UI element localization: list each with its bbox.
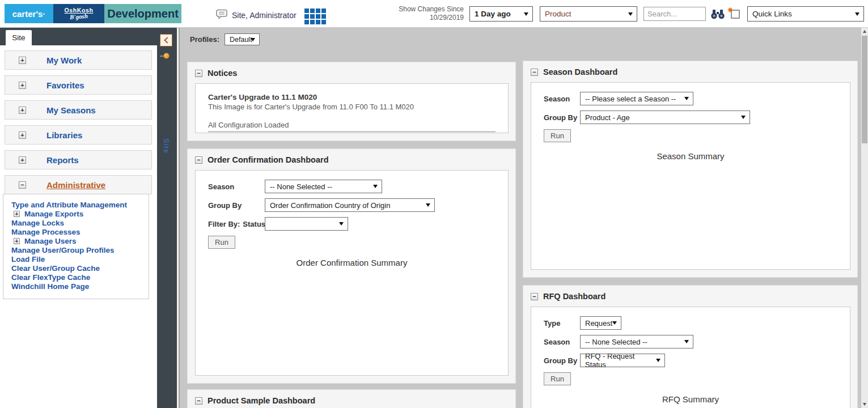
expand-plus-icon[interactable] xyxy=(19,82,26,89)
expand-plus-icon[interactable] xyxy=(14,211,20,217)
sidebar-splitter[interactable] xyxy=(179,28,180,408)
filter-by-prefix: Filter By: xyxy=(208,220,240,228)
rfq-summary-title: RFQ Summary xyxy=(544,394,837,404)
admin-link-manage-exports[interactable]: Manage Exports xyxy=(11,209,149,218)
admin-link-load-file[interactable]: Load File xyxy=(11,254,149,264)
notice-divider xyxy=(208,131,496,132)
collapse-minus-icon[interactable] xyxy=(19,181,26,189)
show-changes-line1: Show Changes Since xyxy=(391,5,464,14)
carters-logo: carter's· xyxy=(5,4,53,23)
collapse-minus-icon[interactable] xyxy=(195,70,202,77)
sidebar-item-libraries[interactable]: Libraries xyxy=(5,125,152,144)
scrollbar-thumb[interactable] xyxy=(862,36,867,143)
quick-links-select[interactable]: Quick Links xyxy=(747,6,864,22)
admin-link-windchill-home-page[interactable]: Windchill Home Page xyxy=(11,282,149,291)
sidebar-item-favorites[interactable]: Favorites xyxy=(5,75,152,95)
new-item-icon[interactable] xyxy=(727,7,740,22)
rfq-type-select[interactable]: Request xyxy=(580,316,621,330)
filter-by-field: Status xyxy=(243,220,265,228)
panel-title: Order Confirmation Dashboard xyxy=(208,155,329,164)
flexplm-app: carter's· OshKosh B'gosh Development Sit… xyxy=(0,0,868,408)
pin-head xyxy=(163,53,170,59)
notice-body: This Image is for Carter's Upgrade from … xyxy=(208,103,496,111)
season-season-select[interactable]: -- Please select a Season -- xyxy=(580,92,693,105)
expand-plus-icon[interactable] xyxy=(19,57,26,64)
run-button[interactable]: Run xyxy=(544,372,571,385)
collapse-minus-icon[interactable] xyxy=(531,69,538,76)
notices-panel-body: Carter's Upgrade to 11.1 M020 This Image… xyxy=(195,83,509,133)
scroll-down-icon[interactable] xyxy=(861,401,868,408)
admin-link-clear-user-group-cache[interactable]: Clear User/Group Cache xyxy=(11,264,149,273)
admin-link-manage-users[interactable]: Manage Users xyxy=(11,236,149,245)
collapse-minus-icon[interactable] xyxy=(531,293,538,300)
notice-footer: All Configuration Loaded xyxy=(208,121,496,129)
season-summary-title: Season Summary xyxy=(544,151,837,161)
sidebar-item-label: Libraries xyxy=(46,130,82,140)
sidebar: Site My Work Favorites My Seasons Librar… xyxy=(0,28,177,408)
expand-plus-icon[interactable] xyxy=(19,131,26,139)
top-header: carter's· OshKosh B'gosh Development Sit… xyxy=(0,0,868,28)
sample-panel-header: Product Sample Dashboard xyxy=(188,390,515,408)
notice-heading: Carter's Upgrade to 11.1 M020 xyxy=(208,93,496,101)
sidebar-item-reports[interactable]: Reports xyxy=(5,150,152,169)
apps-grid-icon[interactable] xyxy=(304,8,326,24)
admin-link-label: Type and Attribute Management xyxy=(11,201,127,209)
admin-link-label: Clear FlexType Cache xyxy=(11,273,90,282)
rfq-season-select[interactable]: -- None Selected -- xyxy=(580,335,693,348)
group-by-label: Group By xyxy=(544,356,580,365)
oshkosh-logo: OshKosh B'gosh xyxy=(53,4,104,23)
search-input[interactable] xyxy=(643,7,706,21)
search-type-select[interactable]: Product xyxy=(540,6,637,22)
season-panel-header: Season Dashboard xyxy=(523,61,857,81)
profiles-select[interactable]: Default xyxy=(225,33,260,45)
environment-label: Development xyxy=(104,4,181,23)
scroll-up-icon[interactable] xyxy=(861,28,868,35)
expand-plus-icon[interactable] xyxy=(19,107,26,114)
expand-plus-icon[interactable] xyxy=(19,156,26,164)
admin-link-label: Manage Processes xyxy=(11,228,81,236)
collapse-minus-icon[interactable] xyxy=(195,156,202,164)
show-changes-date: 10/29/2019 xyxy=(391,14,464,22)
profiles-label: Profiles: xyxy=(190,35,219,44)
sidebar-item-label: My Work xyxy=(46,56,82,65)
panel-title: Notices xyxy=(208,69,237,78)
admin-link-label: Manage Exports xyxy=(24,210,83,218)
current-user-label: Site, Administrator xyxy=(232,11,297,20)
sidebar-vertical-tab-site[interactable]: Site xyxy=(162,138,170,154)
order-panel-body: Season -- None Selected -- Group By Orde… xyxy=(195,170,509,376)
sidebar-item-my-work[interactable]: My Work xyxy=(5,50,152,70)
admin-link-label: Manage Locks xyxy=(11,219,64,227)
admin-link-manage-locks[interactable]: Manage Locks xyxy=(11,218,149,227)
sidebar-item-label: Reports xyxy=(46,155,79,165)
order-panel-header: Order Confirmation Dashboard xyxy=(188,149,515,169)
vertical-scrollbar[interactable] xyxy=(861,28,868,408)
order-confirmation-summary-title: Order Confirmation Summary xyxy=(208,258,496,267)
season-label: Season xyxy=(544,338,580,346)
order-filter-status-select[interactable] xyxy=(265,217,348,231)
admin-link-manage-processes[interactable]: Manage Processes xyxy=(11,227,149,236)
collapse-minus-icon[interactable] xyxy=(195,397,202,405)
time-range-select[interactable]: 1 Day ago xyxy=(469,6,533,22)
chat-icon[interactable] xyxy=(216,9,228,22)
sidebar-tab-site[interactable]: Site xyxy=(6,30,32,45)
pin-icon[interactable] xyxy=(160,53,170,60)
rfq-group-by-select[interactable]: RFQ - Request Status xyxy=(580,354,665,367)
order-group-by-select[interactable]: Order Confirmation Country of Origin xyxy=(265,198,435,212)
run-button[interactable]: Run xyxy=(208,236,235,249)
sidebar-item-my-seasons[interactable]: My Seasons xyxy=(5,100,152,120)
sidebar-item-label: My Seasons xyxy=(46,105,96,115)
admin-link-clear-flextype-cache[interactable]: Clear FlexType Cache xyxy=(11,273,149,282)
admin-link-manage-user-group-profiles[interactable]: Manage User/Group Profiles xyxy=(11,245,149,254)
rfq-panel-body: Type Request Season -- None Selected -- … xyxy=(531,307,850,408)
season-label: Season xyxy=(544,95,580,103)
expand-plus-icon[interactable] xyxy=(14,238,20,244)
season-group-by-select[interactable]: Product - Age xyxy=(580,110,750,124)
sidebar-item-administrative[interactable]: Administrative xyxy=(5,175,152,194)
run-button[interactable]: Run xyxy=(544,129,571,142)
binoculars-search-icon[interactable] xyxy=(710,8,725,22)
collapse-sidebar-icon[interactable] xyxy=(160,34,172,46)
filter-by-label: Filter By: Status xyxy=(208,220,265,228)
admin-link-label: Load File xyxy=(11,255,45,264)
order-season-select[interactable]: -- None Selected -- xyxy=(265,180,382,193)
admin-link-type-attribute-management[interactable]: Type and Attribute Management xyxy=(11,200,149,209)
